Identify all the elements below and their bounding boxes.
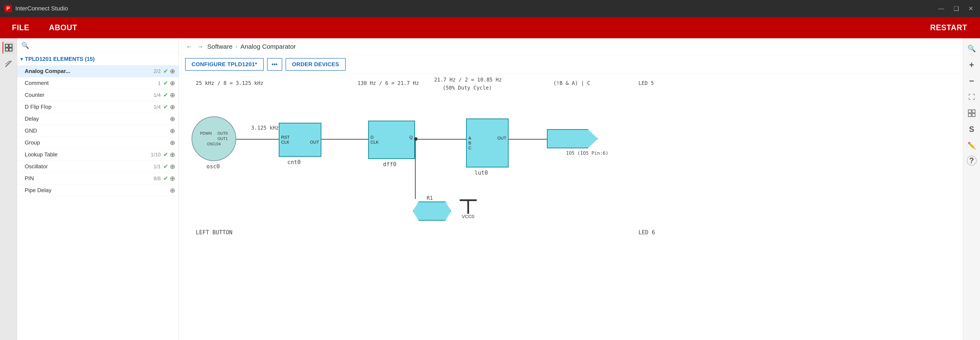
- component-item-oscillator[interactable]: Oscillator 1/1 ✔ ⊕: [17, 160, 178, 173]
- component-item-group[interactable]: Group ⊕: [17, 137, 178, 149]
- dff-block[interactable]: D Q CLK: [368, 121, 415, 159]
- add-icon[interactable]: ⊕: [170, 115, 175, 122]
- add-icon[interactable]: ⊕: [170, 91, 175, 99]
- cnt-rst-label: RST: [281, 135, 290, 140]
- dff-name-label: dff0: [383, 161, 396, 167]
- pen-tool-button[interactable]: ✏️: [966, 140, 978, 151]
- osc-div-port: OSC/24: [200, 142, 228, 146]
- search-tool-button[interactable]: 🔍: [966, 43, 978, 54]
- component-item-gnd[interactable]: GND ⊕: [17, 125, 178, 137]
- dff-port-row-d: D Q: [369, 135, 414, 140]
- order-devices-button[interactable]: ORDER DEVICES: [286, 58, 345, 71]
- component-name: Comment: [25, 80, 158, 86]
- menu-file[interactable]: FILE: [8, 21, 33, 34]
- forward-button[interactable]: →: [196, 42, 204, 51]
- led5-block[interactable]: [547, 129, 598, 148]
- wire-lut-led: [509, 139, 547, 140]
- svg-rect-8: [968, 114, 971, 117]
- lut-b-label: B: [468, 141, 471, 146]
- lut-a-label: A: [468, 136, 471, 141]
- component-item-pipe-delay[interactable]: Pipe Delay ⊕: [17, 184, 178, 196]
- component-count: 1: [158, 80, 161, 86]
- component-item-delay[interactable]: Delay ⊕: [17, 113, 178, 125]
- sidebar-item-chart[interactable]: [3, 58, 14, 70]
- add-icon[interactable]: ⊕: [170, 127, 175, 135]
- r1-name-label: R1: [427, 195, 433, 201]
- add-icon[interactable]: ⊕: [170, 67, 175, 75]
- component-item-lookup-table[interactable]: Lookup Table 1/10 ✔ ⊕: [17, 149, 178, 160]
- diagram-canvas[interactable]: 25 kHz / 8 = 3.125 kHz 3.125 kHz / 24 = …: [179, 74, 963, 340]
- wire-osc-cnt: [236, 139, 279, 140]
- osc-name-label: osc0: [207, 163, 220, 170]
- counter-block[interactable]: RST CLK OUT: [279, 123, 321, 157]
- dff-q-label: Q: [409, 135, 413, 140]
- component-count: 1/10: [151, 152, 161, 158]
- sidebar-item-components[interactable]: [3, 42, 14, 54]
- add-icon[interactable]: ⊕: [170, 103, 175, 111]
- svg-rect-1: [9, 44, 12, 47]
- configure-button[interactable]: CONFIGURE TPLD1201*: [185, 58, 264, 71]
- zoom-out-button[interactable]: −: [966, 75, 978, 87]
- back-button[interactable]: ←: [185, 42, 193, 51]
- minimize-button[interactable]: —: [936, 4, 947, 13]
- app-icon: P: [4, 5, 12, 12]
- component-name: Delay: [25, 116, 167, 122]
- connect-tool-button[interactable]: S: [966, 123, 978, 135]
- lut-port-row-a: A OUT: [467, 136, 508, 141]
- sidebar-icon-panel: [0, 38, 17, 340]
- svg-line-5: [6, 61, 10, 64]
- toolbar: CONFIGURE TPLD1201* ••• ORDER DEVICES: [179, 55, 963, 74]
- grid-view-button[interactable]: [966, 107, 978, 119]
- help-button[interactable]: ?: [967, 156, 977, 165]
- component-count: 8/8: [154, 176, 161, 181]
- cnt-freq-label: 130 Hz / 6 = 21.7 Hz: [358, 80, 419, 86]
- vcc0-block[interactable]: VCC0: [460, 199, 477, 219]
- app-title: InterConnect Studio: [15, 5, 936, 12]
- zoom-in-button[interactable]: +: [966, 59, 978, 71]
- search-bar: 🔍: [17, 38, 178, 53]
- led6-label: LED 6: [638, 229, 655, 235]
- add-icon[interactable]: ⊕: [170, 151, 175, 158]
- add-icon[interactable]: ⊕: [170, 175, 175, 182]
- component-name: Counter: [25, 92, 154, 98]
- svg-rect-7: [972, 110, 975, 113]
- component-item-d-flip-flop[interactable]: D Flip Flop 1/4 ✔ ⊕: [17, 101, 178, 113]
- component-group-label: TPLD1201 ELEMENTS (15): [25, 56, 95, 62]
- add-icon[interactable]: ⊕: [170, 139, 175, 146]
- canvas-area: ← → Software › Analog Comparator CONFIGU…: [179, 38, 963, 340]
- component-group-header[interactable]: ▾ TPLD1201 ELEMENTS (15): [17, 53, 178, 65]
- component-name: Analog Compar...: [25, 68, 154, 75]
- component-item-pin[interactable]: PIN 8/8 ✔ ⊕: [17, 173, 178, 184]
- wire-cnt-dff: [321, 139, 368, 140]
- breadcrumb-current: Analog Comparator: [240, 43, 296, 50]
- osc-block[interactable]: PDWN OUT0 OUT1 OSC/24: [191, 116, 236, 161]
- lut-expr-label: (!B & A) | C: [553, 80, 590, 86]
- component-item-analog-comparator[interactable]: Analog Compar... 2/2 ✔ ⊕: [17, 65, 178, 77]
- maximize-button[interactable]: ❑: [951, 4, 961, 13]
- add-icon[interactable]: ⊕: [170, 187, 175, 194]
- search-input[interactable]: [32, 42, 174, 49]
- breadcrumb-separator: ›: [235, 43, 237, 50]
- dff-duty-label: (50% Duty Cycle): [443, 85, 492, 91]
- component-panel: 🔍 ▾ TPLD1201 ELEMENTS (15) Analog Compar…: [17, 38, 179, 340]
- restart-button[interactable]: RESTART: [926, 21, 972, 34]
- cnt-out-label: OUT: [310, 140, 319, 145]
- menubar: FILE ABOUT RESTART: [0, 17, 980, 38]
- component-item-counter[interactable]: Counter 1/4 ✔ ⊕: [17, 89, 178, 101]
- add-icon[interactable]: ⊕: [170, 79, 175, 87]
- component-name: Group: [25, 139, 167, 146]
- right-sidebar: 🔍 + − ⛶ S ✏️ ?: [963, 38, 980, 340]
- close-button[interactable]: ✕: [966, 4, 976, 13]
- component-name: Pipe Delay: [25, 187, 167, 194]
- breadcrumb-parent[interactable]: Software: [207, 43, 232, 50]
- add-icon[interactable]: ⊕: [170, 163, 175, 170]
- osc-out0-label: OUT0: [218, 131, 228, 136]
- lut-block[interactable]: A OUT B C: [466, 119, 509, 167]
- lut-port-row-c: C: [467, 146, 508, 151]
- r1-block[interactable]: [413, 202, 451, 221]
- fit-view-button[interactable]: ⛶: [966, 91, 978, 103]
- led5-label: LED 5: [638, 80, 654, 86]
- menu-about[interactable]: ABOUT: [46, 21, 81, 34]
- component-item-comment[interactable]: Comment 1 ✔ ⊕: [17, 77, 178, 89]
- more-options-button[interactable]: •••: [267, 58, 282, 71]
